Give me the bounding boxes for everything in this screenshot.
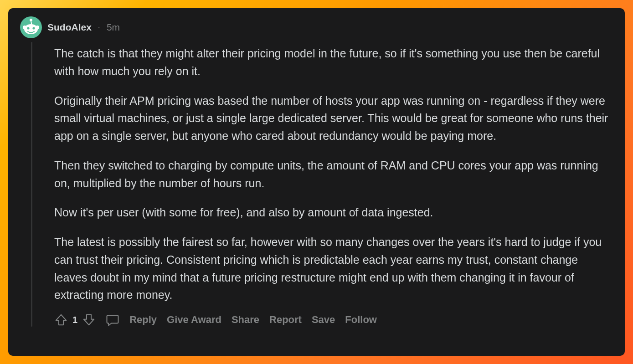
comment-body-wrap: The catch is that they might alter their… [31,42,612,327]
give-award-button[interactable]: Give Award [167,314,221,326]
comment-button[interactable] [106,313,119,327]
vote-group: 1 [54,313,96,327]
paragraph: The latest is possibly the fairest so fa… [54,233,612,304]
paragraph: Originally their APM pricing was based t… [54,92,612,145]
svg-point-2 [23,26,26,29]
downvote-button[interactable] [82,313,96,327]
separator: · [98,23,100,32]
save-button[interactable]: Save [312,314,335,326]
paragraph: Now it's per user (with some for free), … [54,204,612,221]
svg-point-5 [32,27,35,29]
comment-actions: 1 Reply Give Award Share Report Sav [54,313,612,327]
svg-point-3 [36,26,39,29]
vote-score: 1 [72,315,77,325]
follow-button[interactable]: Follow [345,314,377,326]
downvote-icon [82,313,96,327]
share-button[interactable]: Share [232,314,259,326]
avatar[interactable] [20,16,42,38]
upvote-button[interactable] [54,313,68,327]
comment-header: SudoAlex · 5m [15,15,612,42]
paragraph: Then they switched to charging by comput… [54,157,612,192]
upvote-icon [54,313,68,327]
svg-point-1 [30,19,32,21]
username-link[interactable]: SudoAlex [47,22,92,33]
comment-content: The catch is that they might alter their… [54,42,612,327]
speech-bubble-icon [106,313,119,327]
paragraph: The catch is that they might alter their… [54,45,612,80]
svg-point-4 [27,27,29,29]
report-button[interactable]: Report [269,314,302,326]
reply-button[interactable]: Reply [129,314,157,326]
snoo-icon [22,18,40,36]
comment-card: SudoAlex · 5m The catch is that they mig… [8,8,625,356]
timestamp: 5m [107,22,120,33]
thread-line[interactable] [31,42,32,327]
